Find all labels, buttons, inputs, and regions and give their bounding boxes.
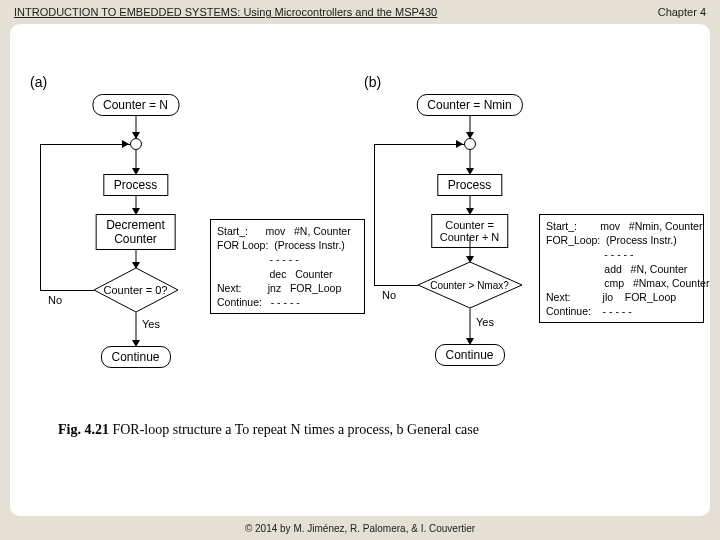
figure-4-21: (a) Counter = N Process: [30, 74, 690, 438]
slide-card: (a) Counter = N Process: [10, 24, 710, 516]
flowchart-b: (b) Counter = Nmin Process Counter = Cou…: [364, 74, 690, 404]
join-node-b: [464, 138, 476, 150]
yes-label-a: Yes: [142, 318, 160, 330]
continue-box-a: Continue: [100, 346, 170, 368]
join-node-a: [130, 138, 142, 150]
chapter-label: Chapter 4: [658, 6, 706, 18]
continue-box-b: Continue: [434, 344, 504, 366]
flowchart-a: (a) Counter = N Process: [30, 74, 356, 404]
process-box-b: Process: [437, 174, 502, 196]
process-box-a: Process: [103, 174, 168, 196]
decision-b: Counter > Nmax?: [418, 262, 522, 308]
no-label-b: No: [382, 289, 396, 301]
code-box-a: Start_: mov #N, Counter FOR Loop: (Proce…: [210, 219, 365, 314]
page-title: INTRODUCTION TO EMBEDDED SYSTEMS: Using …: [14, 6, 437, 18]
panel-b-label: (b): [364, 74, 690, 90]
init-box-a: Counter = N: [92, 94, 179, 116]
code-box-b: Start_: mov #Nmin, Counter FOR_Loop: (Pr…: [539, 214, 704, 323]
decision-a: Counter = 0?: [94, 268, 178, 312]
decrement-box: Decrement Counter: [95, 214, 176, 250]
yes-label-b: Yes: [476, 316, 494, 328]
figure-caption: Fig. 4.21 FOR-loop structure a To repeat…: [58, 422, 690, 438]
init-box-b: Counter = Nmin: [416, 94, 522, 116]
copyright-footer: © 2014 by M. Jiménez, R. Palomera, & I. …: [0, 523, 720, 534]
panel-a-label: (a): [30, 74, 356, 90]
no-label-a: No: [48, 294, 62, 306]
